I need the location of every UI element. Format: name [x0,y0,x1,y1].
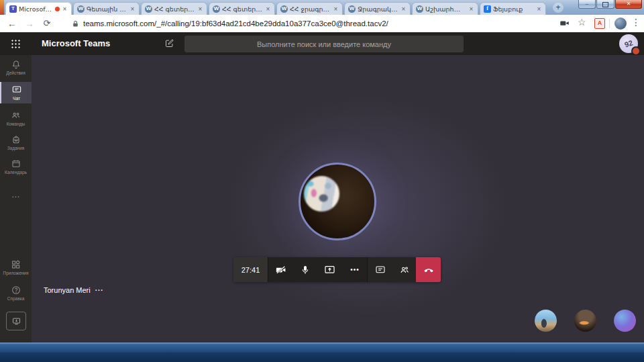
calendar-icon [11,159,21,169]
wordpress-favicon-icon: W [77,5,85,13]
sidebar-item-assignments[interactable]: Задания [0,134,32,151]
participant-thumbnail[interactable] [614,310,636,332]
reload-button[interactable]: ⟳ [40,16,54,31]
address-bar: ← → ⟳ teams.microsoft.com/_#/calling/19:… [0,15,644,32]
minimize-button[interactable]: – [578,0,596,9]
show-chat-button[interactable] [368,257,393,282]
tab-media-recording-icon [55,7,60,11]
browser-tab[interactable]: W Աշխարհագր × [412,2,478,15]
new-tab-button[interactable]: + [553,3,564,13]
more-actions-button[interactable]: ••• [343,257,367,282]
call-timer: 27:41 [233,257,268,282]
app-launcher-waffle-icon[interactable] [11,39,20,48]
sidebar-item-label: Календарь [0,170,32,175]
wordpress-favicon-icon: W [348,5,356,13]
sidebar-item-calendar[interactable]: Календарь [0,159,32,175]
tab-title: Ֆեյսբուք [493,5,534,13]
sidebar-item-label: Команды [0,122,32,127]
participant-name: Torunyan Meri··· [44,286,104,294]
camera-toggle-button[interactable] [268,257,294,282]
remote-participant-avatar [299,163,376,240]
tab-title: Գետային ցանց [87,5,127,13]
address-bar-url[interactable]: teams.microsoft.com/_#/calling/19:bf63d4… [83,15,388,32]
teams-app-title: Microsoft Teams [42,32,110,55]
browser-tab[interactable]: W Ջրագրական ց × [344,2,411,15]
sidebar-item-help[interactable]: Справка [0,285,32,302]
site-security-lock-icon[interactable] [71,19,80,31]
screen: T Microsoft T × W Գետային ցանց × W ՀՀ գե… [0,0,644,362]
tab-close-icon[interactable]: × [129,6,136,12]
camera-off-icon [275,264,287,276]
sidebar-item-activity[interactable]: Действия [0,59,32,76]
tab-close-icon[interactable]: × [468,6,474,12]
wordpress-favicon-icon: W [416,5,423,13]
tab-close-icon[interactable]: × [536,6,542,12]
forward-button[interactable]: → [23,16,36,31]
maximize-icon [602,2,608,7]
call-controls-bar: 27:41 ••• [233,257,441,282]
chat-icon [375,265,386,275]
tab-title: Աշխարհագր [425,5,466,13]
back-button[interactable]: ← [5,16,19,31]
facebook-favicon-icon: f [484,5,491,13]
help-question-icon [11,285,21,296]
browser-tab[interactable]: W ՀՀ գետերը | Գե × [141,2,207,15]
microphone-icon [300,265,311,275]
wordpress-favicon-icon: W [280,5,288,13]
sidebar-more-icon[interactable]: ⋯ [0,192,32,201]
show-participants-button[interactable] [393,257,416,282]
browser-tab-facebook[interactable]: f Ֆեյսբուք × [480,2,546,15]
teams-search-input[interactable] [184,36,464,52]
windows-taskbar: e Найти Я W EN ▲ 15:31 23.04.2020 [0,343,644,362]
close-window-button[interactable]: ✕ [615,0,642,9]
tab-title: ՀՀ ջրագրական [290,5,331,13]
browser-tab-teams[interactable]: T Microsoft T × [5,2,72,15]
tab-close-icon[interactable]: × [62,6,68,12]
bookmark-star-icon[interactable]: ☆ [578,17,586,28]
tab-close-icon[interactable]: × [333,6,339,12]
participant-name-text: Torunyan Meri [44,286,91,294]
compose-new-chat-icon[interactable] [164,38,174,51]
browser-tab[interactable]: W ՀՀ ջրագրական × [276,2,343,15]
browser-profile-avatar[interactable] [614,17,627,30]
window-frame-accent [0,0,4,15]
sidebar-item-apps[interactable]: Приложения [0,259,32,276]
browser-tab[interactable]: W Գետային ցանց × [73,2,140,15]
participant-more-icon[interactable]: ··· [95,287,104,294]
wordpress-favicon-icon: W [145,5,152,13]
hang-up-button[interactable] [416,257,441,282]
download-desktop-app-button[interactable] [6,312,26,330]
sidebar-item-label: Справка [0,296,32,302]
maximize-button[interactable] [596,0,614,9]
tab-close-icon[interactable]: × [265,6,271,12]
avatar-photo [304,176,339,212]
apps-blocks-icon [11,259,21,270]
window-controls: – ✕ [578,0,642,9]
camera-in-use-icon[interactable] [559,18,570,31]
tab-close-icon[interactable]: × [400,6,407,12]
microphone-toggle-button[interactable] [294,257,317,282]
participant-thumbnail[interactable] [574,310,596,332]
pdf-extension-icon[interactable]: A [594,18,605,29]
backpack-icon [11,134,21,145]
toolbar-divider [609,19,610,28]
tab-close-icon[interactable]: × [197,6,203,12]
sidebar-item-chat[interactable]: Чат [0,82,32,103]
call-stage: 27:41 ••• Toruny [32,55,644,343]
browser-tab[interactable]: W ՀՀ գետերի սնու × [209,2,275,15]
share-screen-button[interactable] [317,257,343,282]
browser-tab-strip: T Microsoft T × W Գետային ցանց × W ՀՀ գե… [0,0,644,15]
teams-favicon-icon: T [9,5,17,13]
hang-up-icon [423,264,435,276]
teams-sidebar: Действия Чат Команды Задания Календарь ⋯… [0,55,32,343]
tabs-container: T Microsoft T × W Գետային ցանց × W ՀՀ գե… [5,2,546,15]
sidebar-item-teams[interactable]: Команды [0,110,32,127]
wordpress-favicon-icon: W [213,5,220,13]
more-actions-icon: ••• [350,266,360,273]
sidebar-item-label: Приложения [0,271,32,276]
browser-menu-kebab-icon[interactable]: ⋮ [631,17,641,28]
bell-icon [11,59,21,70]
participant-thumbnail[interactable] [535,310,557,332]
people-group-icon [11,110,21,121]
teams-header: Microsoft Teams 92 [0,32,644,55]
